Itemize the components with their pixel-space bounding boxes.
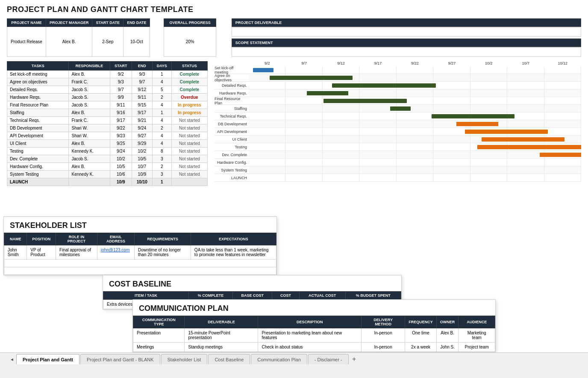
progress-value: 20% (164, 27, 216, 57)
task-days: 2 (152, 163, 171, 171)
scope-content (232, 47, 581, 57)
gantt-cell (285, 112, 322, 120)
gantt-cell (470, 82, 507, 89)
info-bar: PROJECT NAME PROJECT MANAGER START DATE … (7, 18, 581, 57)
gantt-bar (323, 99, 407, 103)
gantt-date-label: 10/7 (507, 61, 544, 65)
gantt-cell (249, 112, 285, 120)
gantt-cell (433, 97, 470, 104)
task-end: 9/21 (132, 117, 152, 124)
gantt-row (249, 89, 581, 97)
task-responsible: Alex B. (69, 109, 110, 117)
table-row: Dev. Complete Jacob S. 10/2 10/5 3 Not s… (7, 155, 208, 163)
tab-communication-plan[interactable]: Communication Plan (251, 354, 307, 364)
gantt-cell (397, 166, 433, 174)
gantt-label-row: Detailed Reqs. (215, 82, 249, 89)
comm-method-2: In-person (361, 343, 405, 352)
comm-table: COMMUNICATION TYPE DELIVERABLE DESCRIPTI… (133, 316, 495, 352)
cost-baseline-title: COST BASELINE (103, 275, 401, 291)
tab-stakeholder-list[interactable]: Stakeholder List (161, 354, 208, 364)
gantt-bar (482, 137, 565, 142)
tab---disclaimer--[interactable]: - Disclaimer - (308, 354, 349, 364)
task-responsible: Kennedy K. (69, 171, 110, 178)
gantt-cell (285, 136, 322, 143)
tab-add-button[interactable]: + (350, 354, 359, 364)
task-days: 8 (152, 148, 171, 155)
deliverable-label: PROJECT DELIVERABLE (232, 18, 581, 27)
gantt-label-row: DB Development (215, 120, 249, 128)
gantt-cell (397, 128, 433, 135)
task-end: 9/3 (132, 71, 152, 78)
comm-row-1: Presentation 15-minute PowerPoint presen… (133, 328, 495, 343)
gantt-cell (433, 74, 470, 81)
gantt-cell (285, 151, 322, 158)
gantt-cell (249, 128, 285, 135)
gantt-bar (253, 68, 274, 72)
task-days: 3 (152, 155, 171, 163)
comm-col-owner: OWNER (436, 316, 459, 328)
tasks-table: TASKS RESPONSIBLE START END DAYS STATUS … (7, 61, 208, 186)
gantt-cell (507, 105, 544, 112)
sh-requirements: Downtime of no longer than 20 minutes (135, 245, 191, 260)
task-responsible: Shari W. (69, 132, 110, 140)
gantt-label-row: UI Client (215, 136, 249, 143)
gantt-cell (470, 159, 507, 166)
task-end: 10/7 (132, 163, 152, 171)
gantt-cell (433, 105, 470, 112)
gantt-cell (249, 159, 285, 166)
sh-position: VP of Product (27, 245, 56, 260)
tab-project-plan-and-gantt[interactable]: Project Plan and Gantt (16, 354, 79, 364)
sh-name: John Smith (4, 245, 27, 260)
table-row: Staffing Alex B. 9/16 9/17 1 In progress (7, 109, 208, 117)
gantt-bar (332, 83, 436, 88)
gantt-row (249, 128, 581, 136)
gantt-date-label: 9/7 (285, 61, 322, 65)
gantt-cell (397, 174, 433, 181)
gantt-label-row: Staffing (215, 105, 249, 112)
task-name: API Development (7, 132, 69, 140)
comm-col-description: DESCRIPTION (258, 316, 362, 328)
comm-method-1: In-person (361, 328, 405, 343)
task-name: Hardware Config. (7, 163, 69, 171)
task-status: Not started (171, 163, 207, 171)
comm-freq-2: 2x a week (405, 343, 437, 352)
gantt-cell (323, 166, 359, 174)
gantt-date-label: 10/12 (544, 61, 581, 65)
gantt-row (249, 143, 581, 151)
task-status: Complete (171, 78, 207, 86)
gantt-grid (249, 66, 581, 182)
task-responsible: Jacob S. (69, 94, 110, 101)
sh-col-email: EMAIL ADDRESS (97, 233, 134, 245)
task-days: 1 (152, 71, 171, 78)
task-end: 9/24 (132, 124, 152, 132)
gantt-cell (285, 174, 322, 181)
gantt-bar (307, 91, 348, 95)
right-info: PROJECT DELIVERABLE SCOPE STATEMENT (232, 18, 581, 57)
tasks-col-status: STATUS (171, 62, 207, 71)
sh-email-link[interactable]: john@123.com (101, 248, 129, 252)
gantt-cell (433, 66, 470, 74)
gantt-cell (470, 166, 507, 174)
task-end: 10/10 (132, 178, 152, 186)
gantt-label-row: Testing (215, 143, 249, 151)
task-start: 9/17 (110, 117, 132, 124)
tab-project-plan-and-gantt---blank[interactable]: Project Plan and Gantt - BLANK (80, 354, 160, 364)
task-name: Technical Reqs. (7, 117, 69, 124)
tab-cost-baseline[interactable]: Cost Baseline (208, 354, 250, 364)
tab-arrow-left[interactable]: ◄ (9, 354, 15, 364)
task-status: Not started (171, 155, 207, 163)
task-status: Not started (171, 171, 207, 178)
stakeholder-card: STAKEHOLDER LIST NAME POSITION ROLE IN P… (3, 216, 277, 275)
task-name: UI Client (7, 140, 69, 148)
gantt-cell (285, 128, 322, 135)
gantt-row (249, 66, 581, 74)
task-status: In progress (171, 109, 207, 117)
gantt-date-label: 10/2 (470, 61, 507, 65)
task-name: Set kick-off meeting (7, 71, 69, 78)
gantt-cell (397, 74, 433, 81)
gantt-cell (397, 136, 433, 143)
sh-email[interactable]: john@123.com (97, 245, 134, 260)
project-manager-value: Alex B. (46, 27, 92, 57)
gantt-cell (544, 105, 581, 112)
stakeholder-row: John Smith VP of Product Final approval … (4, 245, 276, 260)
